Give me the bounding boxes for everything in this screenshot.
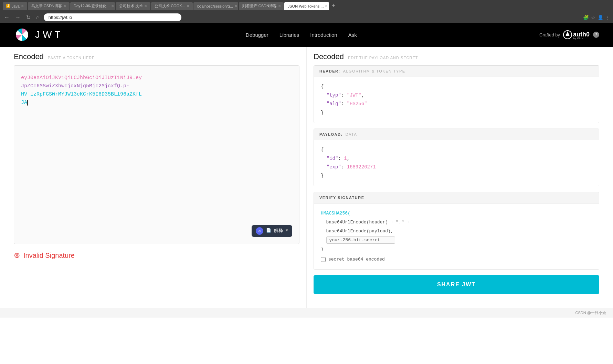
logo-area: JWT — [14, 26, 63, 43]
header-label: HEADER: — [319, 69, 340, 73]
browser-tab-6[interactable]: localhost:/session/g... ✕ — [193, 2, 238, 10]
svg-text:@: @ — [258, 230, 261, 233]
decoded-panel: Decoded EDIT THE PAYLOAD AND SECRET HEAD… — [307, 47, 613, 308]
tab-close-1[interactable]: ✕ — [21, 4, 24, 8]
payload-section-body[interactable]: { "id": 1, "exp": 1689226271 } — [314, 140, 599, 186]
typ-value: "JWT" — [347, 92, 361, 98]
alg-key: "alg" — [327, 101, 341, 107]
main-nav: Debugger Libraries Introduction Ask — [246, 32, 357, 38]
encoded-panel-header: Encoded PASTE A TOKEN HERE — [14, 47, 299, 65]
forward-button[interactable]: → — [14, 14, 22, 21]
encoded-subtitle: PASTE A TOKEN HERE — [48, 56, 95, 60]
exp-value: 1689226271 — [347, 164, 376, 170]
token-part2: JpZCI6MSwiZXhwIjoxNjg5MjI2MjcxfQ.p- — [21, 83, 129, 89]
token-part3: HV_lzRpFGSWrMYJW13cKCrK5I6D35BLl96aZKfL — [21, 91, 142, 97]
crafted-by-text: Crafted by — [539, 32, 560, 37]
close-brace-header: } — [321, 110, 324, 115]
logo-text: JWT — [35, 29, 63, 40]
base64-checkbox-label[interactable]: secret base64 encoded — [328, 255, 385, 264]
hmac-fn: HMACSHA256( — [321, 211, 350, 216]
secret-input[interactable] — [326, 236, 395, 244]
url-input[interactable] — [44, 13, 181, 21]
account-button[interactable]: 👤 — [598, 15, 603, 20]
share-jwt-button[interactable]: SHARE JWT — [314, 275, 599, 294]
address-bar: ← → ↻ ⌂ 🧩 ☆ 👤 ⋮ — [0, 12, 613, 23]
jwt-logo-icon — [14, 26, 30, 43]
payload-section-header: PAYLOAD: DATA — [314, 129, 599, 140]
bottom-bar-text: CSDN @一只小余 — [575, 311, 606, 315]
header-section-body[interactable]: { "typ": "JWT", "alg": "HS256" } — [314, 77, 599, 123]
close-paren: ) — [321, 246, 324, 252]
home-button[interactable]: ⌂ — [35, 14, 41, 21]
browser-action-buttons: 🧩 ☆ 👤 ⋮ — [583, 15, 610, 20]
decoded-panel-header: Decoded EDIT THE PAYLOAD AND SECRET — [314, 47, 599, 65]
extensions-button[interactable]: 🧩 — [583, 15, 589, 20]
encoded-title: Encoded — [14, 52, 44, 61]
verify-section-header: VERIFY SIGNATURE — [314, 192, 599, 203]
browser-tabs: J Java ✕ 马文章 CSDN博客 ✕ Day12-06-登录优化... ✕… — [3, 2, 335, 10]
payload-label: PAYLOAD: — [319, 132, 343, 136]
crafted-by-area: Crafted by auth0 by Okta ? — [539, 30, 599, 40]
decoded-subtitle: EDIT THE PAYLOAD AND SECRET — [348, 56, 418, 60]
translate-badge[interactable]: @ 📄 解释 ▼ — [252, 225, 292, 237]
token-cursor-text: JA — [21, 100, 27, 106]
back-button[interactable]: ← — [3, 14, 11, 21]
site-header: JWT Debugger Libraries Introduction Ask … — [0, 23, 613, 47]
browser-tab-3[interactable]: Day12-06-登录优化... ✕ — [70, 2, 115, 10]
nav-ask[interactable]: Ask — [348, 32, 357, 38]
browser-tab-7[interactable]: 到着量产 CSDN博客 ✕ — [239, 2, 284, 10]
tab-close-6[interactable]: ✕ — [234, 4, 237, 8]
verify-section: VERIFY SIGNATURE HMACSHA256( base64UrlEn… — [314, 192, 599, 270]
decoded-title: Decoded — [314, 52, 344, 61]
tab-close-7[interactable]: ✕ — [278, 4, 281, 8]
header-section: HEADER: ALGORITHM & TOKEN TYPE { "typ": … — [314, 65, 599, 123]
browser-tab-8[interactable]: JSON Web Tokens ... ✕ — [284, 2, 329, 10]
encoded-panel: Encoded PASTE A TOKEN HERE eyJ0eXAiOiJKV… — [0, 47, 307, 308]
translate-badge-text: 解释 — [274, 228, 283, 235]
header-sub-label: ALGORITHM & TOKEN TYPE — [343, 69, 405, 73]
settings-button[interactable]: ⋮ — [605, 15, 610, 20]
verify-section-body: HMACSHA256( base64UrlEncode(header) + ".… — [314, 203, 599, 269]
svg-text:by Okta: by Okta — [573, 37, 583, 40]
payload-sub-label: DATA — [346, 132, 357, 136]
auth0-svg: auth0 by Okta — [563, 30, 590, 40]
base64-header-line: base64UrlEncode(header) + "." + — [326, 220, 410, 225]
nav-libraries[interactable]: Libraries — [279, 32, 299, 38]
browser-tab-4[interactable]: 公司技术 技术 ✕ — [116, 2, 150, 10]
tab-close-8[interactable]: ✕ — [325, 4, 328, 8]
base64-checkbox-area: secret base64 encoded — [321, 255, 592, 264]
alg-value: "HS256" — [347, 101, 367, 107]
browser-tab-5[interactable]: 公司技术 COOK... ✕ — [151, 2, 193, 10]
translate-badge-icon: @ — [256, 227, 263, 235]
encoded-textarea[interactable]: eyJ0eXAiOiJKV1QiLCJhbGciOiJIUzI1NiJ9.ey … — [14, 65, 299, 244]
browser-tab-1[interactable]: J Java ✕ — [3, 2, 27, 10]
translate-badge-arrow: ▼ — [286, 228, 288, 234]
id-value: 1 — [344, 156, 347, 161]
header-section-header: HEADER: ALGORITHM & TOKEN TYPE — [314, 66, 599, 77]
base64-checkbox[interactable] — [321, 257, 326, 262]
new-tab-button[interactable]: + — [332, 2, 336, 10]
payload-section: PAYLOAD: DATA { "id": 1, "exp": 16892262… — [314, 129, 599, 186]
invalid-signature-text: Invalid Signature — [23, 252, 75, 260]
tab-close-2[interactable]: ✕ — [63, 4, 66, 8]
id-key: "id" — [327, 156, 338, 161]
nav-debugger[interactable]: Debugger — [246, 32, 268, 38]
main-content: Encoded PASTE A TOKEN HERE eyJ0eXAiOiJKV… — [0, 47, 613, 308]
exp-key: "exp" — [327, 164, 341, 170]
base64-payload-line: base64UrlEncode(payload), — [326, 229, 393, 234]
tab-close-5[interactable]: ✕ — [187, 4, 189, 8]
typ-key: "typ" — [327, 92, 341, 98]
signature-status: ⊗ Invalid Signature — [14, 244, 299, 267]
bookmark-button[interactable]: ☆ — [591, 15, 595, 20]
tab-close-4[interactable]: ✕ — [144, 4, 147, 8]
browser-tab-2[interactable]: 马文章 CSDN博客 ✕ — [28, 2, 70, 10]
tab-close-3[interactable]: ✕ — [111, 4, 114, 8]
text-cursor — [27, 100, 28, 106]
auth0-help-icon[interactable]: ? — [593, 32, 599, 38]
open-brace-header: { — [321, 84, 324, 89]
auth0-logo: auth0 by Okta — [563, 30, 590, 40]
refresh-button[interactable]: ↻ — [25, 14, 32, 21]
nav-introduction[interactable]: Introduction — [310, 32, 337, 38]
invalid-signature-icon: ⊗ — [14, 251, 20, 260]
close-brace-payload: } — [321, 173, 324, 178]
